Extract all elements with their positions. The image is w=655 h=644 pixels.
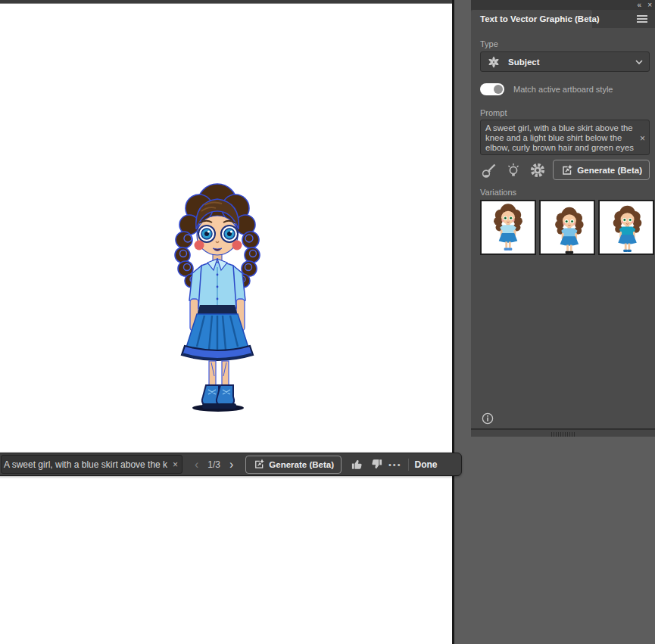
more-options-icon[interactable]: •••	[388, 460, 402, 469]
type-dropdown[interactable]: Subject	[480, 51, 650, 72]
taskbar-prompt-clear-icon[interactable]: ×	[169, 459, 182, 470]
variation-pagination: 1/3	[207, 459, 220, 470]
panel-group-header: « ×	[471, 0, 655, 10]
settings-gear-icon[interactable]	[529, 161, 547, 179]
contextual-task-bar: A sweet girl, with a blue skirt above th…	[0, 453, 462, 476]
generate-sparkle-icon	[560, 164, 572, 176]
text-to-vector-panel: « × Text to Vector Graphic (Beta) Type S…	[471, 0, 655, 437]
prompt-tools-row: Generate (Beta)	[480, 160, 650, 180]
generate-button[interactable]: Generate (Beta)	[553, 160, 650, 180]
taskbar-generate-button[interactable]: Generate (Beta)	[245, 456, 342, 474]
panel-tab-bar: Text to Vector Graphic (Beta)	[471, 10, 655, 28]
panel-tab-bar-spacer	[592, 10, 655, 28]
tab-text-to-vector[interactable]: Text to Vector Graphic (Beta)	[471, 10, 592, 28]
previous-variation-icon[interactable]: ‹	[195, 458, 198, 471]
variations-row	[480, 200, 654, 255]
prompt-input-value: A sweet girl, with a blue skirt above th…	[485, 123, 634, 153]
style-picker-icon[interactable]	[480, 161, 498, 179]
panel-resize-grip[interactable]	[551, 432, 575, 437]
close-panel-icon[interactable]: ×	[647, 2, 652, 9]
taskbar-prompt-value: A sweet girl, with a blue skirt above th…	[2, 459, 169, 470]
taskbar-generate-label: Generate (Beta)	[269, 460, 334, 469]
collapse-panels-icon[interactable]: «	[638, 2, 642, 9]
prompt-clear-icon[interactable]: ×	[640, 133, 645, 144]
generate-button-label: Generate (Beta)	[577, 166, 642, 175]
prompt-input[interactable]: A sweet girl, with a blue skirt above th…	[480, 120, 650, 155]
canvas-artwork-girl[interactable]	[174, 180, 280, 416]
generate-sparkle-icon	[253, 459, 264, 470]
chevron-down-icon	[635, 60, 643, 64]
panel-title: Text to Vector Graphic (Beta)	[480, 14, 600, 23]
subject-flower-icon	[487, 55, 501, 69]
variation-thumbnail-3[interactable]	[598, 200, 654, 255]
panel-body: Type Subject Match active artboard style…	[471, 28, 655, 428]
taskbar-divider	[408, 459, 409, 471]
match-artboard-label: Match active artboard style	[513, 85, 613, 94]
done-button[interactable]: Done	[415, 459, 438, 470]
variations-label: Variations	[480, 188, 516, 197]
match-artboard-toggle[interactable]	[480, 83, 504, 95]
panel-resize-bar	[471, 428, 655, 437]
match-artboard-row: Match active artboard style	[480, 83, 613, 95]
panel-menu-icon[interactable]	[637, 15, 647, 23]
prompt-suggestions-icon[interactable]	[504, 161, 522, 179]
taskbar-prompt-input[interactable]: A sweet girl, with a blue skirt above th…	[1, 455, 182, 474]
next-variation-icon[interactable]: ›	[229, 458, 233, 471]
type-label: Type	[480, 39, 498, 48]
thumbs-down-icon[interactable]	[367, 456, 387, 474]
variation-thumbnail-2[interactable]	[539, 200, 595, 255]
thumbs-up-icon[interactable]	[348, 456, 367, 474]
variation-thumbnail-1[interactable]	[480, 200, 536, 255]
prompt-label: Prompt	[480, 108, 507, 117]
type-selected-value: Subject	[508, 58, 635, 67]
info-icon[interactable]	[482, 412, 494, 428]
